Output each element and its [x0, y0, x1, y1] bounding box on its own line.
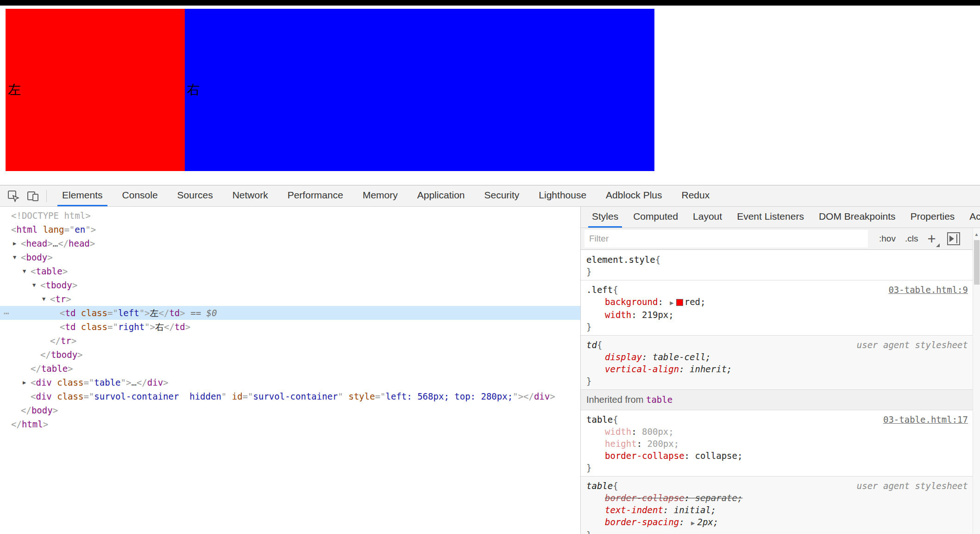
- node-html[interactable]: <html lang="en">: [0, 222, 580, 236]
- css-property-row[interactable]: background: ▶red;: [586, 296, 968, 309]
- close-brace: }: [586, 375, 968, 387]
- code-token: =": [107, 308, 118, 318]
- rule-selector[interactable]: table: [586, 413, 613, 426]
- rule-selector-line: element.style {: [586, 254, 968, 266]
- collapse-arrow-icon[interactable]: ▼: [23, 264, 26, 278]
- expand-arrow-icon[interactable]: ▶: [13, 236, 16, 250]
- tab-redux[interactable]: Redux: [677, 185, 715, 206]
- rule-selector[interactable]: .left: [586, 284, 613, 296]
- collapse-arrow-icon[interactable]: ▼: [42, 292, 45, 306]
- node-td-left[interactable]: ⋯<td class="left">左</td> == $0: [0, 306, 580, 320]
- sidebar-tab-styles[interactable]: Styles: [588, 207, 622, 228]
- expand-shorthand-icon[interactable]: ▶: [670, 299, 673, 306]
- styles-scrollbar[interactable]: ▲: [973, 228, 980, 534]
- expand-shorthand-icon[interactable]: ▶: [691, 519, 695, 527]
- tab-performance[interactable]: Performance: [283, 185, 348, 206]
- code-token: 右: [155, 322, 164, 332]
- css-property-row[interactable]: text-indent: initial;: [586, 504, 968, 516]
- scrollbar-up-arrow-icon[interactable]: ▲: [973, 228, 980, 237]
- css-property-row[interactable]: border-collapse: collapse;: [586, 450, 968, 462]
- css-property-row[interactable]: height: 200px;: [586, 438, 968, 450]
- tab-lighthouse[interactable]: Lighthouse: [534, 185, 591, 206]
- code-token: >: [550, 391, 555, 401]
- node-html-close[interactable]: </html>: [0, 417, 580, 431]
- css-property-value: 200px;: [647, 439, 679, 449]
- css-property-name: border-collapse: [605, 493, 685, 503]
- collapse-arrow-icon[interactable]: ▼: [32, 278, 36, 292]
- node-overflow-dots-icon[interactable]: ⋯: [4, 306, 9, 320]
- code-token: <: [31, 391, 36, 401]
- sidebar-tab-event-listeners[interactable]: Event Listeners: [733, 207, 808, 228]
- node-head[interactable]: ▶<head>…</head>: [0, 236, 580, 250]
- css-property-row[interactable]: vertical-align: inherit;: [586, 363, 968, 375]
- node-td-right[interactable]: <td class="right">右</td>: [0, 320, 580, 334]
- node-div-table[interactable]: ▶<div class="table">…</div>: [0, 375, 580, 389]
- tab-adblock-plus[interactable]: Adblock Plus: [601, 185, 666, 206]
- css-colon: :: [631, 426, 642, 437]
- elements-tree-pane: <!DOCTYPE html><html lang="en">▶<head>…<…: [0, 207, 580, 534]
- rule-selector[interactable]: table: [586, 480, 613, 492]
- new-style-rule-button[interactable]: +: [927, 232, 936, 246]
- node-tbody-close[interactable]: </tbody>: [0, 348, 580, 362]
- css-property-row[interactable]: border-collapse: separate;: [586, 492, 968, 504]
- node-tbody[interactable]: ▼<tbody>: [0, 278, 580, 292]
- sidebar-tab-layout[interactable]: Layout: [689, 207, 726, 228]
- code-token: tbody: [45, 280, 72, 290]
- css-property-name: text-indent: [605, 505, 663, 515]
- rule-selector-line: table {03-table.html:17: [586, 413, 968, 426]
- rule-selector[interactable]: element.style: [586, 254, 655, 266]
- left-cell-text: 左: [8, 81, 21, 99]
- code-token: </: [159, 308, 170, 318]
- styles-filter-input[interactable]: [584, 230, 868, 248]
- inspect-element-icon[interactable]: [7, 190, 19, 202]
- css-property-row[interactable]: display: table-cell;: [586, 351, 968, 363]
- tab-application[interactable]: Application: [413, 185, 470, 206]
- node-div-survol[interactable]: <div class="survol-container hidden" id=…: [0, 389, 580, 403]
- collapse-arrow-icon[interactable]: ▼: [13, 250, 16, 264]
- code-token: </: [31, 363, 41, 374]
- css-property-row[interactable]: border-spacing: ▶2px;: [586, 516, 968, 529]
- stylesheet-link[interactable]: 03-table.html:9: [883, 284, 968, 296]
- sidebar-tab-computed[interactable]: Computed: [629, 207, 682, 228]
- node-doctype[interactable]: <!DOCTYPE html>: [0, 209, 580, 222]
- css-property-row[interactable]: width: 219px;: [586, 309, 968, 321]
- node-tr[interactable]: ▼<tr>: [0, 292, 580, 306]
- tab-console[interactable]: Console: [118, 185, 163, 206]
- css-property-row[interactable]: width: 800px;: [586, 426, 968, 438]
- code-token: >: [43, 419, 48, 429]
- sidebar-tab-accessibility[interactable]: Acc: [966, 207, 980, 228]
- scrollbar-thumb[interactable]: [974, 240, 980, 285]
- css-property-name: width: [605, 426, 631, 437]
- tab-network[interactable]: Network: [228, 185, 273, 206]
- code-token: </: [523, 391, 534, 401]
- computed-sidebar-toggle-icon[interactable]: [947, 232, 960, 245]
- code-token: ">: [513, 391, 523, 401]
- stylesheet-link[interactable]: 03-table.html:17: [878, 413, 968, 426]
- color-swatch[interactable]: [676, 299, 683, 306]
- code-token: == $0: [185, 308, 217, 318]
- node-table[interactable]: ▼<table>: [0, 264, 580, 278]
- tab-elements[interactable]: Elements: [57, 185, 107, 206]
- css-property-name: border-collapse: [605, 451, 685, 461]
- node-table-close[interactable]: </table>: [0, 362, 580, 375]
- toggle-hover-state-button[interactable]: :hov: [879, 234, 896, 244]
- code-token: table: [41, 363, 68, 374]
- css-property-name: display: [605, 352, 642, 362]
- code-token: <!DOCTYPE html>: [11, 210, 91, 221]
- element-classes-button[interactable]: .cls: [905, 234, 918, 244]
- close-brace: }: [586, 266, 968, 278]
- rule-selector[interactable]: td: [586, 339, 597, 351]
- tab-security[interactable]: Security: [479, 185, 524, 206]
- expand-arrow-icon[interactable]: ▶: [23, 375, 26, 389]
- device-toolbar-icon[interactable]: [27, 190, 39, 202]
- code-token: lang: [38, 224, 64, 235]
- node-body-close[interactable]: </body>: [0, 403, 580, 417]
- main-tab-bar: ElementsConsoleSourcesNetworkPerformance…: [52, 185, 719, 206]
- node-tr-close[interactable]: </tr>: [0, 334, 580, 348]
- tab-memory[interactable]: Memory: [358, 185, 402, 206]
- sidebar-tab-dom-breakpoints[interactable]: DOM Breakpoints: [815, 207, 899, 228]
- inherited-node-link[interactable]: table: [646, 394, 672, 405]
- tab-sources[interactable]: Sources: [173, 185, 218, 206]
- sidebar-tab-properties[interactable]: Properties: [907, 207, 959, 228]
- node-body[interactable]: ▼<body>: [0, 250, 580, 264]
